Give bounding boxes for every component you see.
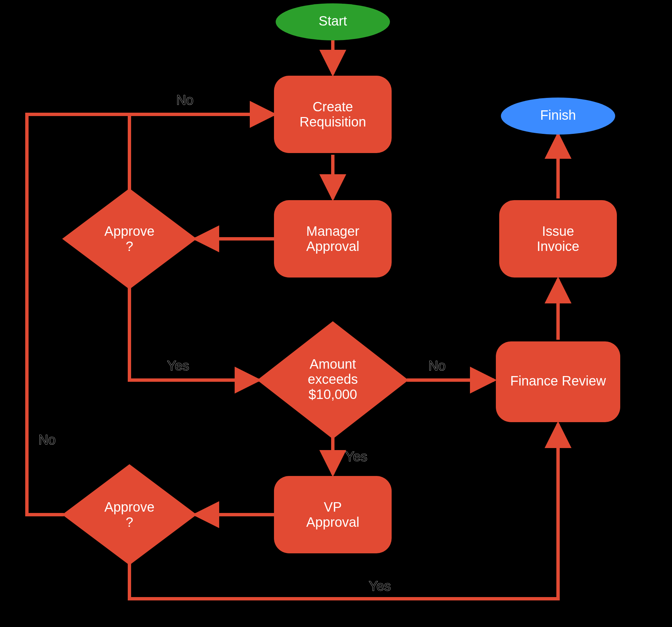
- node-issue-invoice: Issue Invoice: [499, 200, 617, 278]
- node-vp-approval: VP Approval: [274, 476, 392, 553]
- node-issue-invoice-label2: Invoice: [537, 239, 580, 254]
- label-approve1-no: No: [176, 93, 193, 107]
- node-approve1-label2: ?: [126, 239, 133, 254]
- label-amount-no: No: [428, 358, 446, 373]
- node-approve1-label1: Approve: [104, 224, 154, 238]
- edge-approve1-yes: [129, 286, 259, 380]
- edge-approve1-no: [129, 114, 274, 192]
- label-approve2-yes: Yes: [369, 579, 391, 594]
- node-create-requisition-label1: Create: [313, 99, 353, 114]
- node-amount-label1: Amount: [310, 356, 356, 371]
- node-create-requisition-label2: Requisition: [299, 114, 366, 129]
- node-amount-label2: exceeds: [308, 372, 358, 387]
- node-approve2-label2: ?: [126, 515, 133, 530]
- node-start-label: Start: [319, 14, 347, 28]
- node-finance-review: Finance Review: [496, 342, 620, 422]
- flowchart: No Yes No Yes No Yes Start Create Requis…: [0, 0, 672, 627]
- node-start: Start: [275, 3, 390, 40]
- node-create-requisition: Create Requisition: [274, 76, 392, 153]
- node-vp-approval-label1: VP: [324, 500, 341, 514]
- node-finish: Finish: [501, 97, 615, 135]
- node-approve2: Approve ?: [62, 464, 197, 565]
- node-issue-invoice-label1: Issue: [542, 224, 574, 238]
- node-vp-approval-label2: Approval: [306, 515, 359, 530]
- node-amount-exceeds: Amount exceeds $10,000: [257, 321, 408, 439]
- node-approve1: Approve ?: [62, 188, 197, 289]
- edge-approve2-no: [27, 114, 274, 515]
- node-finish-label: Finish: [540, 108, 576, 122]
- node-finance-review-label: Finance Review: [510, 373, 606, 388]
- label-approve1-yes: Yes: [167, 358, 189, 373]
- node-approve2-label1: Approve: [104, 500, 154, 514]
- node-amount-label3: $10,000: [309, 387, 357, 402]
- node-manager-approval-label1: Manager: [306, 224, 359, 238]
- node-manager-approval-label2: Approval: [306, 239, 359, 254]
- node-manager-approval: Manager Approval: [274, 200, 392, 278]
- label-approve2-no: No: [38, 432, 55, 447]
- label-amount-yes: Yes: [345, 449, 367, 464]
